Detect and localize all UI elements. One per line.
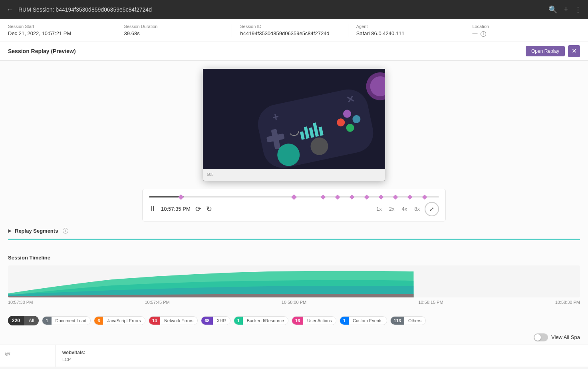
timeline-marker-2 [291,194,297,199]
timeline-marker-4 [335,194,340,199]
chip-count-4: 1 [234,317,243,325]
timestamp-1: 10:57:30 PM [8,300,33,305]
chip-count-6: 1 [340,317,349,325]
chip-label-5: User Actions [303,317,336,325]
left-nav: /#/ [0,345,56,367]
plus-icon[interactable]: + [564,5,568,14]
chevron-right-icon[interactable]: ▶ [8,228,12,233]
view-all-toggle[interactable] [534,333,548,341]
filter-chip-4[interactable]: 1 Backend/Resource [234,316,288,325]
filter-chip-7[interactable]: 113 Others [390,316,426,325]
chip-count-2: 14 [149,317,160,325]
replay-segments-section: ▶ Replay Segments i [0,221,588,255]
page-title: RUM Session: b44194f3530d859d06359e5c84f… [18,6,152,13]
chip-label-3: XHR [213,317,230,325]
chip-count-7: 113 [391,317,404,325]
video-container: + ✕ [203,69,385,181]
player-controls: ⏸ 10:57:35 PM ⟳ ↻ 1x 2x 4x 8x ⤢ [142,189,446,221]
timestamp-5: 10:58:30 PM [555,300,580,305]
timeline-marker-8 [393,194,398,199]
pause-button[interactable]: ⏸ [149,205,156,213]
speed-1x-button[interactable]: 1x [374,204,384,213]
session-timeline-section: Session Timeline 10:57:30 PM 10:57:45 PM… [0,255,588,311]
webvitals-subtitle: LCP [62,357,582,362]
filter-chip-5[interactable]: 16 User Actions [292,316,336,325]
chip-count-5: 16 [292,317,303,325]
refresh-icon: ↻ [206,205,212,213]
refresh-button[interactable]: ↻ [206,205,212,213]
main-content: + ✕ [0,61,588,367]
chip-count-3: 68 [201,317,213,325]
timeline-bar[interactable] [149,194,439,197]
browser-bar: ← RUM Session: b44194f3530d859d06359e5c8… [0,0,588,19]
session-agent: Agent Safari 86.0.4240.111 [348,24,465,37]
speed-8x-button[interactable]: 8x [412,204,422,213]
view-all-label: View All Spa [551,334,580,340]
video-content: + ✕ [203,69,385,169]
session-location-value: — i [472,30,572,37]
timeline-marker-6 [364,194,369,199]
view-all-bar: View All Spa [0,330,588,345]
chip-count-1: 6 [94,317,103,325]
segments-info-icon[interactable]: i [63,228,68,233]
video-area: + ✕ [0,61,588,189]
speed-4x-button[interactable]: 4x [399,204,410,213]
speed-controls: 1x 2x 4x 8x ⤢ [374,202,439,216]
back-button[interactable]: ← [6,6,14,14]
filter-chip-2[interactable]: 14 Network Errors [149,316,198,325]
session-start-label: Session Start [8,24,108,29]
browser-actions: 🔍 + ⋮ [548,5,582,14]
rewind-button[interactable]: ⟳ [195,205,201,213]
webvitals-title: webvitals: [62,350,582,355]
rewind-icon: ⟳ [195,205,201,213]
expand-button[interactable]: ⤢ [425,202,439,216]
speed-2x-button[interactable]: 2x [387,204,397,213]
close-replay-button[interactable]: ✕ [568,45,580,57]
timeline-marker-3 [320,194,326,199]
session-duration-label: Session Duration [124,24,224,29]
filter-chip-1[interactable]: 6 JavaScript Errors [94,316,145,325]
session-agent-label: Agent [356,24,456,29]
timeline-marker-5 [350,194,355,199]
session-location: Location — i [464,24,580,37]
session-location-label: Location [472,24,572,29]
segment-progress-bar [8,239,580,240]
filter-bar: 220 All 1 Document Load 6 JavaScript Err… [0,311,588,330]
menu-icon[interactable]: ⋮ [574,5,582,14]
timeline-chart-svg [8,265,580,297]
search-icon[interactable]: 🔍 [548,5,557,14]
replay-segments-header: ▶ Replay Segments i [8,228,580,234]
timeline-marker-10 [422,194,427,199]
session-timeline-title: Session Timeline [8,255,580,261]
session-duration-value: 39.68s [124,30,224,36]
controls-row: ⏸ 10:57:35 PM ⟳ ↻ 1x 2x 4x 8x ⤢ [149,202,439,216]
bottom-section: /#/ webvitals: LCP [0,345,588,367]
session-info-bar: Session Start Dec 21, 2022, 10:57:21 PM … [0,19,588,42]
chip-label-6: Custom Events [349,317,387,325]
timeline-timestamps: 10:57:30 PM 10:57:45 PM 10:58:00 PM 10:5… [8,300,580,305]
timeline-marker-1 [178,194,184,199]
webvitals-area: webvitals: LCP [56,345,588,367]
open-replay-button[interactable]: Open Replay [526,46,565,56]
location-info-icon[interactable]: i [481,31,486,37]
session-timeline-chart [8,265,580,297]
close-icon: ✕ [572,47,577,55]
chip-label-0: Document Load [52,317,91,325]
nav-item-hash: /#/ [5,350,51,359]
filter-all-count: 220 [8,316,24,325]
timeline-marker-9 [407,194,413,199]
chip-label-7: Others [404,317,425,325]
session-id: Session ID b44194f3530d859d06359e5c84f27… [232,24,348,37]
filter-chip-3[interactable]: 68 XHR [201,316,230,325]
session-start: Session Start Dec 21, 2022, 10:57:21 PM [8,24,116,37]
filter-chip-0[interactable]: 1 Document Load [42,316,91,325]
replay-segments-title: Replay Segments [15,228,58,234]
timestamp-3: 10:58:00 PM [282,300,306,305]
session-agent-value: Safari 86.0.4240.111 [356,30,456,36]
replay-header-title: Session Replay (Preview) [8,48,76,54]
chip-label-2: Network Errors [160,317,197,325]
filter-all-chip[interactable]: 220 All [8,316,39,325]
session-duration: Session Duration 39.68s [116,24,232,37]
filter-chip-6[interactable]: 1 Custom Events [340,316,387,325]
filter-chips: 1 Document Load 6 JavaScript Errors 14 N… [42,316,426,325]
